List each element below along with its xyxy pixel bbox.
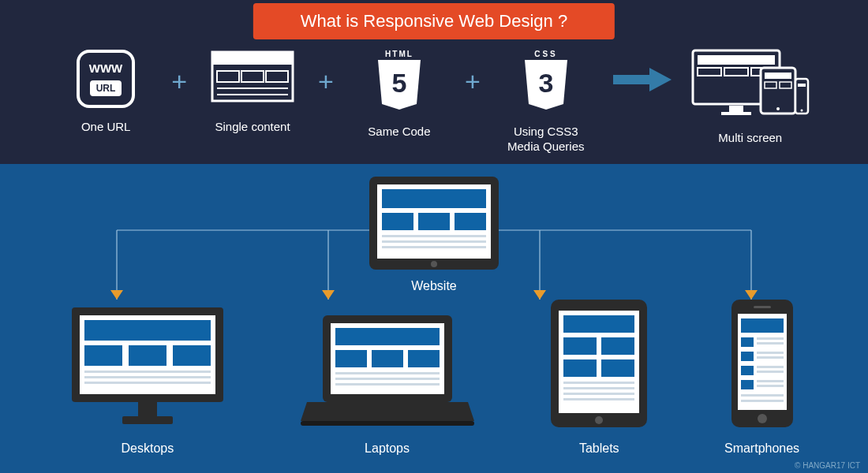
desktop-icon	[69, 304, 226, 430]
svg-rect-66	[563, 337, 597, 355]
svg-rect-93	[754, 306, 771, 308]
svg-text:5: 5	[391, 68, 406, 98]
css3-icon: CSS 3	[518, 49, 574, 114]
wireframe-icon	[209, 49, 296, 109]
device-label: Smartphones	[724, 441, 799, 456]
svg-rect-62	[301, 421, 474, 426]
svg-rect-80	[757, 342, 784, 345]
svg-rect-84	[741, 366, 754, 375]
svg-rect-44	[84, 320, 211, 341]
eq-item-single-content: Single content	[201, 49, 304, 135]
svg-rect-16	[729, 106, 743, 112]
eq-label: Multi screen	[687, 131, 814, 146]
eq-item-css3: CSS 3 Using CSS3 Media Queries	[495, 49, 597, 155]
www-text: WWW	[89, 61, 123, 75]
svg-rect-6	[266, 71, 288, 82]
eq-item-multiscreen: Multi screen	[687, 49, 814, 146]
equation-row: WWW URL One URL + Single content +	[0, 49, 868, 155]
eq-item-one-url: WWW URL One URL	[54, 49, 157, 135]
svg-rect-72	[563, 393, 634, 395]
url-text: URL	[96, 83, 116, 94]
svg-rect-40	[382, 246, 486, 248]
svg-rect-79	[757, 337, 784, 340]
devices-row: Desktops Laptops	[0, 296, 868, 456]
svg-rect-50	[84, 382, 211, 384]
svg-rect-48	[84, 371, 211, 373]
eq-label: One URL	[54, 120, 157, 135]
svg-rect-24	[798, 84, 806, 87]
svg-rect-81	[741, 352, 754, 361]
svg-rect-82	[757, 352, 784, 354]
url-icon: WWW URL	[76, 49, 136, 109]
svg-rect-14	[724, 68, 748, 76]
website-label: Website	[368, 279, 500, 293]
device-tablet: Tablets	[548, 296, 650, 456]
svg-rect-67	[601, 337, 634, 355]
svg-point-92	[758, 414, 767, 423]
copyright-text: © HANGAR17 ICT	[795, 461, 860, 470]
svg-point-25	[800, 110, 803, 112]
svg-point-74	[595, 416, 603, 424]
svg-rect-73	[563, 398, 634, 400]
svg-point-41	[431, 261, 437, 267]
plus-icon: +	[171, 66, 187, 97]
eq-item-html5: HTML 5 Same Code	[348, 49, 451, 140]
device-desktop: Desktops	[69, 304, 226, 456]
svg-rect-47	[173, 345, 211, 366]
svg-rect-69	[601, 359, 634, 377]
svg-text:3: 3	[538, 68, 553, 98]
svg-rect-71	[563, 387, 634, 389]
svg-rect-3	[212, 52, 293, 65]
svg-rect-85	[757, 366, 784, 368]
svg-rect-5	[241, 71, 264, 82]
svg-rect-89	[757, 385, 784, 387]
svg-rect-12	[698, 55, 775, 65]
svg-rect-55	[335, 328, 440, 345]
svg-rect-34	[382, 189, 486, 208]
top-band: What is Responsive Web Design ? WWW URL …	[0, 0, 868, 164]
svg-rect-38	[382, 235, 486, 237]
svg-rect-4	[217, 71, 239, 82]
svg-rect-39	[382, 240, 486, 243]
html5-icon: HTML 5	[372, 49, 427, 114]
device-label: Desktops	[69, 441, 226, 456]
svg-rect-70	[563, 382, 634, 384]
svg-rect-58	[408, 350, 440, 367]
eq-label: Using CSS3 Media Queries	[495, 125, 597, 155]
svg-rect-17	[721, 112, 751, 115]
svg-rect-37	[455, 213, 486, 230]
svg-rect-56	[335, 350, 367, 367]
css3-top-text: CSS	[534, 50, 558, 58]
page-title: What is Responsive Web Design ?	[253, 3, 615, 39]
svg-rect-59	[335, 372, 440, 374]
arrow-right-icon	[612, 66, 673, 93]
svg-rect-46	[129, 345, 166, 366]
plus-icon: +	[318, 66, 334, 97]
svg-rect-77	[741, 318, 784, 333]
website-icon	[368, 175, 500, 271]
tablet-icon	[548, 296, 650, 430]
eq-label: Same Code	[348, 125, 451, 140]
bottom-section: Website Desktops	[0, 164, 868, 473]
svg-rect-68	[563, 359, 597, 377]
eq-label: Single content	[201, 120, 304, 135]
svg-rect-90	[741, 394, 784, 397]
svg-rect-45	[84, 345, 122, 366]
device-label: Laptops	[301, 441, 474, 456]
svg-rect-35	[382, 213, 413, 230]
svg-rect-87	[741, 380, 754, 389]
svg-point-22	[776, 107, 780, 110]
multiscreen-icon	[691, 49, 810, 120]
svg-rect-91	[741, 400, 784, 402]
svg-rect-86	[757, 371, 784, 373]
svg-rect-61	[335, 383, 440, 385]
svg-rect-88	[757, 380, 784, 382]
html5-top-text: HTML	[385, 50, 413, 58]
svg-rect-83	[757, 356, 784, 359]
smartphone-icon	[727, 296, 798, 430]
plus-icon: +	[465, 66, 481, 97]
laptop-icon	[301, 312, 474, 430]
svg-rect-49	[84, 376, 211, 378]
website-node: Website	[368, 175, 500, 293]
svg-rect-13	[698, 68, 721, 76]
